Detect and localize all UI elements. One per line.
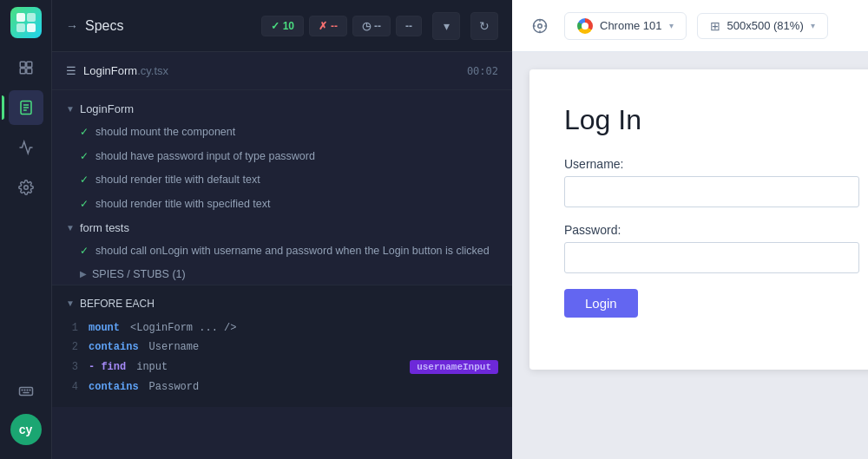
test-item[interactable]: ✓ should render title with specified tex… — [52, 193, 512, 217]
line-number: 3 — [66, 361, 78, 373]
pass-count: 10 — [283, 20, 294, 32]
pass-icon: ✓ — [80, 126, 89, 138]
sidebar-item-runs[interactable] — [9, 130, 43, 165]
refresh-button[interactable]: ↻ — [470, 12, 498, 40]
test-group-loginform: ▼ LoginForm ✓ should mount the component… — [52, 97, 512, 216]
chrome-icon — [577, 18, 593, 34]
app-logo — [10, 7, 42, 38]
test-list: ▼ LoginForm ✓ should mount the component… — [52, 90, 512, 459]
code-line-1[interactable]: 1 mount <LoginForm ... /> — [52, 318, 512, 338]
skip-count: -- — [405, 20, 412, 32]
svg-rect-1 — [27, 13, 36, 22]
svg-rect-7 — [26, 69, 31, 74]
svg-rect-4 — [20, 62, 25, 67]
spies-stubs-item[interactable]: ▶ SPIES / STUBS (1) — [52, 264, 512, 285]
group-header-form-tests[interactable]: ▼ form tests — [52, 216, 512, 239]
test-label: should call onLogin with username and pa… — [95, 244, 490, 259]
pending-badge: ◷ -- — [352, 16, 391, 36]
before-each-label: BEFORE EACH — [80, 298, 155, 310]
pending-count: -- — [374, 20, 381, 32]
preview-content: Log In Username: Password: Login — [512, 52, 868, 459]
username-input[interactable] — [564, 176, 859, 207]
check-icon: ✓ — [271, 20, 279, 32]
chevron-right-icon: ▶ — [80, 269, 87, 279]
toolbar-title: → Specs — [66, 18, 123, 34]
before-each-header[interactable]: ▼ BEFORE EACH — [52, 292, 512, 315]
code-keyword: contains — [89, 381, 139, 393]
group-name: LoginForm — [80, 102, 134, 115]
viewport-icon: ⊞ — [710, 19, 720, 33]
viewport-size: 500x500 (81%) — [727, 19, 804, 32]
sidebar-item-specs[interactable] — [9, 90, 43, 125]
chevron-down-icon: ▾ — [811, 21, 815, 30]
test-label: should render title with specified text — [95, 197, 271, 213]
keyboard-shortcuts-button[interactable] — [9, 374, 43, 409]
skip-badge: -- — [396, 16, 422, 36]
pass-badge: ✓ 10 — [261, 16, 304, 36]
test-label: should mount the component — [95, 125, 235, 141]
chevron-down-icon: ▾ — [669, 21, 674, 30]
svg-point-20 — [538, 23, 542, 28]
code-section: ▼ BEFORE EACH 1 mount <LoginForm ... /> … — [52, 285, 512, 407]
preview-panel: Chrome 101 ▾ ⊞ 500x500 (81%) ▾ Log In Us… — [512, 0, 868, 459]
preview-toolbar: Chrome 101 ▾ ⊞ 500x500 (81%) ▾ — [512, 0, 868, 52]
page-title: Specs — [85, 18, 123, 34]
target-icon[interactable] — [526, 12, 554, 40]
fail-badge: ✗ -- — [309, 16, 347, 36]
pending-icon: ◷ — [362, 20, 371, 32]
cypress-badge[interactable]: cy — [10, 414, 42, 445]
chevron-down-icon: ▼ — [66, 223, 75, 233]
svg-rect-6 — [20, 69, 25, 74]
svg-point-12 — [23, 186, 28, 190]
group-header-loginform[interactable]: ▼ LoginForm — [52, 97, 512, 121]
login-card: Log In Username: Password: Login — [529, 69, 868, 370]
browser-name: Chrome 101 — [600, 19, 662, 32]
browser-selector[interactable]: Chrome 101 ▾ — [564, 12, 687, 40]
file-extension: .cy.tsx — [137, 64, 168, 77]
test-item[interactable]: ✓ should mount the component — [52, 121, 512, 145]
pass-icon: ✓ — [80, 150, 89, 162]
group-name: form tests — [80, 221, 129, 234]
password-label: Password: — [564, 223, 859, 237]
file-basename: LoginForm — [83, 64, 137, 77]
test-item[interactable]: ✓ should call onLogin with username and … — [52, 239, 512, 264]
code-line-2[interactable]: 2 contains Username — [52, 338, 512, 357]
login-title: Log In — [564, 104, 859, 136]
chevron-down-icon: ▼ — [66, 104, 75, 114]
main-panel: → Specs ✓ 10 ✗ -- ◷ -- -- ▾ ↻ ☰ — [52, 0, 512, 459]
x-icon: ✗ — [319, 20, 327, 32]
pass-icon: ✓ — [80, 245, 89, 257]
code-line-4[interactable]: 4 contains Password — [52, 377, 512, 397]
file-header: ☰ LoginForm.cy.tsx 00:02 — [52, 52, 512, 90]
toolbar: → Specs ✓ 10 ✗ -- ◷ -- -- ▾ ↻ — [52, 0, 512, 52]
code-command: - find — [89, 361, 126, 373]
test-item[interactable]: ✓ should render title with default text — [52, 168, 512, 193]
viewport-selector[interactable]: ⊞ 500x500 (81%) ▾ — [697, 13, 828, 39]
active-indicator — [2, 95, 4, 120]
svg-rect-0 — [16, 13, 25, 22]
fail-count: -- — [331, 20, 338, 32]
test-label: should render title with default text — [95, 173, 260, 188]
chevron-down-icon: ▼ — [66, 298, 75, 308]
svg-rect-2 — [16, 23, 25, 32]
line-number: 4 — [66, 381, 78, 393]
code-block: 1 mount <LoginForm ... /> 2 contains Use… — [52, 315, 512, 400]
svg-rect-5 — [26, 62, 31, 67]
test-item[interactable]: ✓ should have password input of type pas… — [52, 145, 512, 169]
code-text: Password — [149, 381, 200, 393]
login-button[interactable]: Login — [564, 289, 638, 318]
sidebar-item-component[interactable] — [9, 50, 43, 85]
sidebar-item-settings[interactable] — [9, 170, 43, 205]
pass-icon: ✓ — [80, 198, 89, 210]
code-line-3[interactable]: 3 - find input usernameInput — [52, 357, 512, 377]
specs-arrow-icon: → — [66, 19, 78, 33]
line-number: 1 — [66, 322, 78, 334]
username-label: Username: — [564, 157, 859, 171]
svg-rect-13 — [19, 388, 32, 396]
svg-rect-3 — [27, 23, 36, 32]
code-keyword: mount — [89, 322, 120, 334]
pass-icon: ✓ — [80, 174, 89, 186]
spies-stubs-label: SPIES / STUBS (1) — [92, 268, 186, 280]
password-input[interactable] — [564, 242, 859, 273]
dropdown-button[interactable]: ▾ — [432, 12, 460, 40]
